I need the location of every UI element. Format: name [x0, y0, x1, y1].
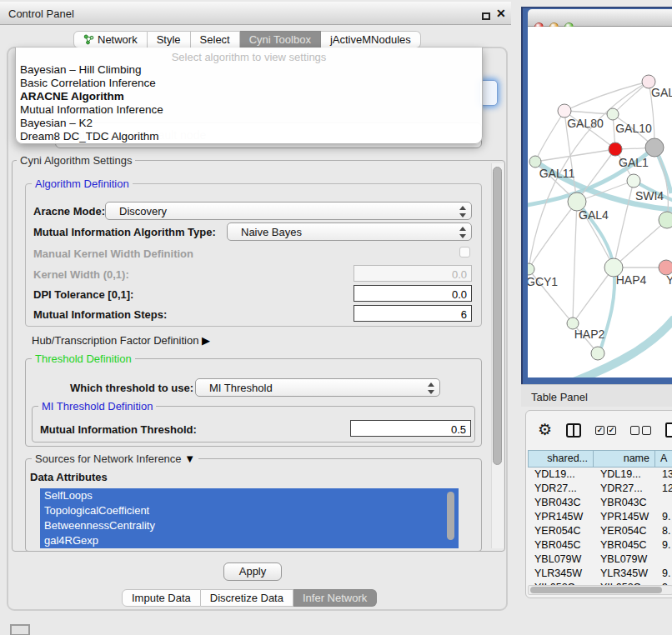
mi-algorithm-type-select[interactable]: Naive Bayes: [227, 222, 472, 241]
algorithm-dropdown-list: Bayesian – Hill ClimbingBasic Correlatio…: [16, 63, 482, 143]
new-table-icon[interactable]: [665, 422, 672, 438]
aracne-mode-value: Discovery: [119, 205, 167, 218]
algorithm-option-dream8-dc-tdc-algorithm[interactable]: Dream8 DC_TDC Algorithm: [16, 130, 482, 143]
node-label: GCY1: [528, 275, 558, 288]
network-node-gal80[interactable]: [558, 104, 571, 118]
table-hscrollbar[interactable]: [528, 585, 672, 595]
mi-threshold-label: Mutual Information Threshold:: [40, 423, 197, 436]
tab-discretize-data[interactable]: Discretize Data: [201, 589, 293, 607]
network-edge[interactable]: [614, 181, 634, 268]
tab-impute-data[interactable]: Impute Data: [122, 589, 201, 607]
table-cell: 9.: [655, 510, 672, 524]
tab-network[interactable]: Network: [73, 31, 148, 48]
algorithm-option-basic-correlation-inference[interactable]: Basic Correlation Inference: [16, 77, 482, 90]
network-canvas[interactable]: GALGAL80GAL10GAL1GAL11SWI4GAL4GCY1HAP4YH…: [528, 27, 672, 378]
algorithm-dropdown-menu: Select algorithm to view settings Bayesi…: [15, 48, 483, 144]
gear-icon[interactable]: ⚙: [538, 422, 552, 438]
table-hscrollbar-thumb[interactable]: [530, 587, 662, 593]
table-cell: YPR145W: [594, 510, 655, 524]
apply-button[interactable]: Apply: [223, 562, 282, 581]
attribute-item-betweennesscentrality[interactable]: BetweennessCentrality: [40, 518, 459, 533]
mi-steps-field[interactable]: [354, 305, 472, 322]
network-node[interactable]: [591, 347, 604, 360]
table-row[interactable]: YPR145WYPR145W9.: [528, 510, 672, 524]
network-edge[interactable]: [598, 268, 614, 358]
minimized-panel-icon[interactable]: [10, 624, 30, 635]
manual-kernel-width-checkbox[interactable]: [459, 247, 470, 258]
network-node-swi4[interactable]: [627, 174, 640, 188]
attribute-item-gal4rgexp[interactable]: gal4RGexp: [40, 533, 459, 548]
table-cell: YER054C: [594, 524, 655, 538]
float-panel-icon[interactable]: [482, 12, 490, 20]
table-cell: [655, 496, 672, 510]
attribute-item-selfloops[interactable]: SelfLoops: [40, 488, 459, 503]
table-row[interactable]: YBL079WYBL079W: [528, 552, 672, 567]
table-panel-header: Table Panel: [521, 384, 672, 407]
network-edge[interactable]: [535, 149, 615, 162]
data-attributes-list[interactable]: SelfLoopsTopologicalCoefficientBetweenne…: [40, 488, 459, 548]
table-cell: [655, 552, 672, 567]
node-label: Y: [666, 273, 672, 287]
which-threshold-select[interactable]: MI Threshold: [195, 378, 440, 397]
algorithm-option-bayesian-hill-climbing[interactable]: Bayesian – Hill Climbing: [16, 63, 482, 77]
table-cell: YBR045C: [528, 538, 594, 552]
tab-jactivemnodules[interactable]: jActiveMNodules: [321, 31, 421, 48]
mi-threshold-field[interactable]: [350, 420, 471, 437]
tab-label: Style: [157, 32, 181, 48]
hub-definition-expander[interactable]: Hub/Transcription Factor Definition ▶: [32, 334, 210, 347]
table-cell: YPR145W: [528, 510, 594, 524]
network-icon: [83, 34, 94, 45]
table-cell: YBR043C: [594, 496, 655, 510]
table-toolbar: ⚙✓✓: [538, 421, 672, 439]
node-label: HAP2: [574, 328, 605, 341]
checkbox-glyph: [642, 426, 651, 435]
network-edge[interactable]: [564, 82, 649, 111]
network-node-gcy1[interactable]: [528, 263, 534, 275]
attribute-item-topologicalcoefficient[interactable]: TopologicalCoefficient: [40, 503, 459, 518]
node-label: GAL80: [567, 117, 604, 130]
tab-style[interactable]: Style: [148, 31, 191, 48]
columns-icon[interactable]: [566, 423, 581, 438]
hub-definition-label: Hub/Transcription Factor Definition: [32, 334, 198, 347]
settings-scrollbar-thumb[interactable]: [493, 167, 502, 465]
algorithm-option-aracne-algorithm[interactable]: ARACNE Algorithm: [16, 90, 482, 103]
network-node-gal1[interactable]: [609, 142, 622, 156]
table-row[interactable]: YBR043CYBR043C: [528, 496, 672, 510]
cyni-algorithm-settings-title: Cyni Algorithm Settings: [17, 154, 135, 167]
network-edge[interactable]: [614, 220, 667, 268]
network-edge[interactable]: [573, 268, 614, 323]
table-row[interactable]: YDL19...YDL19...13: [528, 468, 672, 482]
tab-infer-network[interactable]: Infer Network: [293, 589, 377, 607]
network-node[interactable]: [659, 212, 672, 228]
table-row[interactable]: YDR27...YDR27...12: [528, 482, 672, 496]
table-row[interactable]: YER054CYER054C8.: [528, 524, 672, 538]
column-header-shared[interactable]: shared...: [528, 450, 594, 468]
table-cell: YDR27...: [594, 482, 655, 496]
stepper-arrows-icon: [459, 206, 467, 218]
sources-group-title[interactable]: Sources for Network Inference ▼: [32, 452, 198, 465]
algorithm-option-bayesian-k2[interactable]: Bayesian – K2: [16, 117, 482, 130]
select-all-columns-icon[interactable]: ✓✓: [595, 426, 616, 435]
tab-cyni-toolbox[interactable]: Cyni Toolbox: [240, 31, 321, 48]
column-header-name[interactable]: name: [594, 450, 655, 468]
aracne-mode-select[interactable]: Discovery: [105, 202, 472, 220]
table-header-row: shared...nameA: [528, 450, 672, 468]
dpi-tolerance-field[interactable]: [354, 285, 472, 302]
network-window-titlebar[interactable]: [528, 9, 672, 27]
network-edge[interactable]: [573, 202, 577, 323]
column-header-a[interactable]: A: [655, 450, 672, 468]
table-row[interactable]: YBR045CYBR045C9.: [528, 538, 672, 552]
node-label: GAL10: [615, 122, 652, 135]
tab-select[interactable]: Select: [191, 31, 240, 48]
network-node[interactable]: [645, 138, 664, 157]
deselect-all-columns-icon[interactable]: [630, 426, 651, 435]
network-edge[interactable]: [535, 111, 564, 162]
close-icon[interactable]: ✕: [496, 7, 506, 20]
network-node-gal10[interactable]: [607, 108, 619, 120]
attribute-list-scrollbar[interactable]: [447, 492, 454, 540]
algorithm-option-mutual-information-inference[interactable]: Mutual Information Inference: [16, 103, 482, 117]
network-node-gal11[interactable]: [529, 156, 541, 168]
kernel-width-field[interactable]: [354, 265, 472, 282]
table-row[interactable]: YLR345WYLR345W9.: [528, 567, 672, 581]
tab-label: Cyni Toolbox: [249, 32, 311, 48]
